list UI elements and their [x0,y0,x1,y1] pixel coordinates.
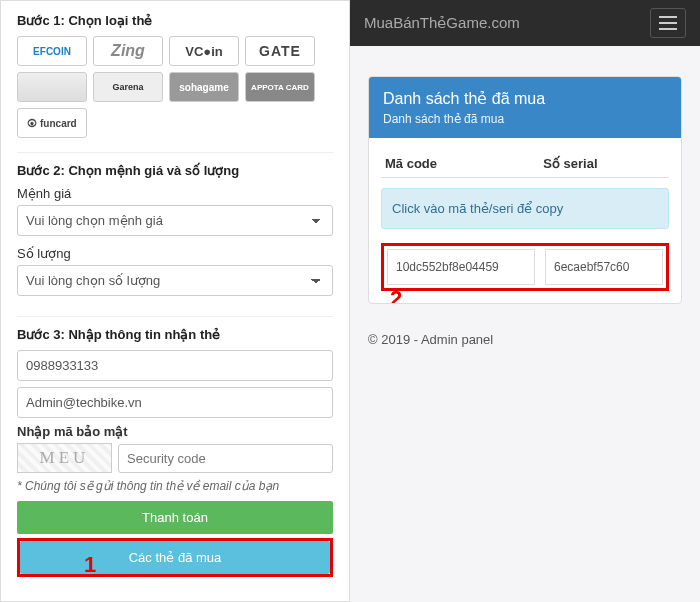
table-header: Mã code Số serial [381,150,669,178]
card-appota[interactable]: APPOTA CARD [245,72,315,102]
card-gate[interactable]: GATE [245,36,315,66]
captcha-input[interactable] [118,444,333,473]
email-hint: * Chúng tôi sẽ gửi thông tin thẻ về emai… [17,479,333,493]
hamburger-icon [659,16,677,18]
copy-hint-box: Click vào mã thẻ/seri để copy [381,188,669,229]
step1-title: Bước 1: Chọn loại thẻ [17,13,333,28]
pay-button[interactable]: Thanh toán [17,501,333,534]
th-code: Mã code [385,156,543,171]
card-zing[interactable]: Zing [93,36,163,66]
purchase-form-panel: Bước 1: Chọn loại thẻ EFCOIN Zing VC●in … [0,0,350,602]
panel-header: Danh sách thẻ đã mua Danh sách thẻ đã mu… [369,77,681,138]
quantity-select[interactable]: Vui lòng chọn số lượng [17,265,333,296]
annotation-2: 2 [390,286,402,304]
card-funcard[interactable]: ⦿ funcard [17,108,87,138]
navbar: MuaBánThẻGame.com [350,0,700,46]
phone-field[interactable] [17,350,333,381]
denomination-select[interactable]: Vui lòng chọn mệnh giá [17,205,333,236]
step3-title: Bước 3: Nhập thông tin nhận thẻ [17,327,333,342]
email-field[interactable] [17,387,333,418]
right-panel: MuaBánThẻGame.com Danh sách thẻ đã mua D… [350,0,700,602]
bought-cards-highlight: Các thẻ đã mua 1 [17,538,333,577]
divider [17,316,333,317]
card-row-highlight: 10dc552bf8e04459 6ecaebf57c60 2 [381,243,669,291]
card-blank[interactable] [17,72,87,102]
code-cell[interactable]: 10dc552bf8e04459 [387,249,535,285]
captcha-label: Nhập mã bảo mật [17,424,333,439]
serial-cell[interactable]: 6ecaebf57c60 [545,249,663,285]
card-garena[interactable]: Garena [93,72,163,102]
brand-text: MuaBánThẻGame.com [364,14,520,32]
annotation-1: 1 [84,552,96,578]
step2-title: Bước 2: Chọn mệnh giá và số lượng [17,163,333,178]
panel-subtitle: Danh sách thẻ đã mua [383,112,504,126]
purchased-cards-panel: Danh sách thẻ đã mua Danh sách thẻ đã mu… [368,76,682,304]
th-serial: Số serial [543,156,665,171]
panel-title: Danh sách thẻ đã mua [383,89,667,108]
card-efcoin[interactable]: EFCOIN [17,36,87,66]
card-type-grid: EFCOIN Zing VC●in GATE Garena sohagame A… [17,36,333,138]
bought-cards-button[interactable]: Các thẻ đã mua [20,541,330,574]
table-row: 10dc552bf8e04459 6ecaebf57c60 [387,249,663,285]
captcha-image: MEU [17,443,112,473]
menu-toggle-button[interactable] [650,8,686,38]
denomination-label: Mệnh giá [17,186,333,201]
divider [17,152,333,153]
card-sohagame[interactable]: sohagame [169,72,239,102]
quantity-label: Số lượng [17,246,333,261]
footer-text: © 2019 - Admin panel [350,318,700,361]
card-vcoin[interactable]: VC●in [169,36,239,66]
